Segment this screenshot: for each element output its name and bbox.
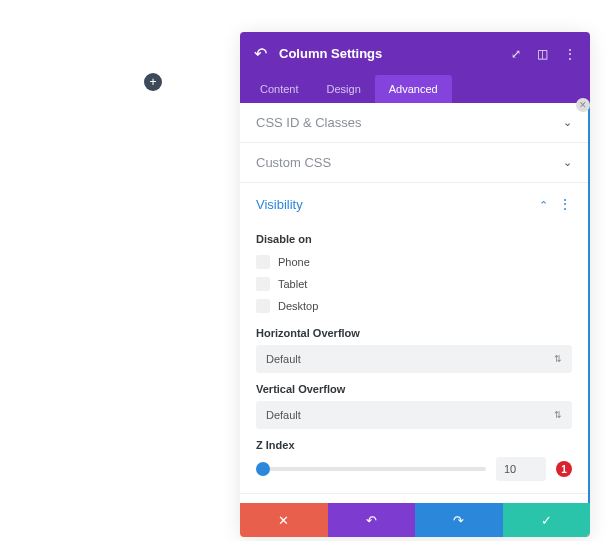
- annotation-badge: 1: [556, 461, 572, 477]
- section-label: Visibility: [256, 197, 303, 212]
- section-transitions: Transitions ⌄: [240, 494, 588, 503]
- tab-content[interactable]: Content: [246, 75, 313, 103]
- checkbox-desktop[interactable]: Desktop: [256, 295, 572, 317]
- checkbox-icon: [256, 299, 270, 313]
- chevron-up-icon: ⌃: [539, 199, 548, 211]
- v-overflow-select[interactable]: Default ⇅: [256, 401, 572, 429]
- section-label: Custom CSS: [256, 155, 331, 170]
- select-arrows-icon: ⇅: [554, 410, 562, 420]
- tab-bar: Content Design Advanced: [240, 75, 590, 103]
- disable-on-label: Disable on: [256, 233, 572, 245]
- expand-icon[interactable]: ⤢: [511, 47, 521, 61]
- save-button[interactable]: ✓: [503, 503, 591, 537]
- checkbox-tablet[interactable]: Tablet: [256, 273, 572, 295]
- redo-button[interactable]: ↷: [415, 503, 503, 537]
- checkbox-label: Tablet: [278, 278, 307, 290]
- section-css-id: CSS ID & Classes ⌄: [240, 103, 588, 143]
- modal-header: ↶ Column Settings ⤢ ◫ ⋮: [240, 32, 590, 75]
- modal-body[interactable]: CSS ID & Classes ⌄ Custom CSS ⌄ Visibili…: [240, 103, 590, 503]
- checkbox-icon: [256, 255, 270, 269]
- section-header-visibility[interactable]: Visibility ⌃ ⋮: [256, 195, 572, 213]
- modal-title: Column Settings: [279, 46, 495, 61]
- section-visibility: Visibility ⌃ ⋮ Disable on Phone Tablet: [240, 183, 588, 494]
- modal-footer: ✕ ↶ ↷ ✓: [240, 503, 590, 537]
- checkbox-label: Phone: [278, 256, 310, 268]
- back-icon[interactable]: ↶: [254, 44, 267, 63]
- more-icon[interactable]: ⋮: [564, 47, 576, 61]
- select-value: Default: [266, 353, 301, 365]
- checkbox-phone[interactable]: Phone: [256, 251, 572, 273]
- z-index-slider[interactable]: [256, 467, 486, 471]
- add-section-button[interactable]: +: [144, 73, 162, 91]
- section-header-custom-css[interactable]: Custom CSS ⌄: [256, 155, 572, 170]
- h-overflow-label: Horizontal Overflow: [256, 327, 572, 339]
- column-settings-modal: ✕ ↶ Column Settings ⤢ ◫ ⋮ Content Design…: [240, 32, 590, 537]
- z-index-row: 10 1: [256, 457, 572, 481]
- undo-button[interactable]: ↶: [328, 503, 416, 537]
- tab-design[interactable]: Design: [313, 75, 375, 103]
- select-arrows-icon: ⇅: [554, 354, 562, 364]
- section-more-icon[interactable]: ⋮: [558, 196, 572, 212]
- select-value: Default: [266, 409, 301, 421]
- section-header-css-id[interactable]: CSS ID & Classes ⌄: [256, 115, 572, 130]
- checkbox-label: Desktop: [278, 300, 318, 312]
- visibility-content: Disable on Phone Tablet Desktop Horizont…: [256, 213, 572, 481]
- z-index-label: Z Index: [256, 439, 572, 451]
- h-overflow-select[interactable]: Default ⇅: [256, 345, 572, 373]
- tab-advanced[interactable]: Advanced: [375, 75, 452, 103]
- close-icon[interactable]: ✕: [576, 98, 590, 112]
- section-label: CSS ID & Classes: [256, 115, 361, 130]
- slider-thumb[interactable]: [256, 462, 270, 476]
- chevron-down-icon: ⌄: [563, 116, 572, 129]
- checkbox-icon: [256, 277, 270, 291]
- resize-handle[interactable]: [578, 525, 590, 537]
- v-overflow-label: Vertical Overflow: [256, 383, 572, 395]
- cancel-button[interactable]: ✕: [240, 503, 328, 537]
- chevron-down-icon: ⌄: [563, 156, 572, 169]
- panel-icon[interactable]: ◫: [537, 47, 548, 61]
- z-index-input[interactable]: 10: [496, 457, 546, 481]
- section-custom-css: Custom CSS ⌄: [240, 143, 588, 183]
